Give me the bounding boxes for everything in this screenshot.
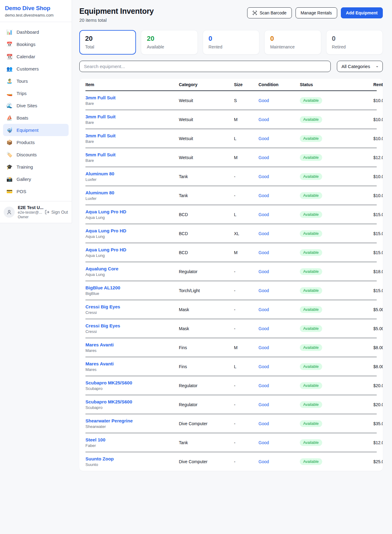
- condition-link[interactable]: Good: [258, 98, 269, 103]
- item-name-link[interactable]: Aluminum 80: [85, 171, 179, 176]
- manage-rentals-button[interactable]: Manage Rentals: [296, 7, 337, 18]
- condition-link[interactable]: Good: [258, 193, 269, 198]
- condition-link[interactable]: Good: [258, 155, 269, 160]
- condition-link[interactable]: Good: [258, 307, 269, 312]
- item-name-link[interactable]: Aqua Lung Pro HD: [85, 247, 179, 252]
- sidebar-item[interactable]: 📦 Products: [3, 136, 69, 148]
- condition-cell: Good: [258, 132, 300, 145]
- condition-link[interactable]: Good: [258, 250, 269, 255]
- stat-card[interactable]: 20 Available: [141, 30, 198, 55]
- add-equipment-button[interactable]: Add Equipment: [341, 7, 383, 18]
- item-brand: Bare: [85, 139, 179, 144]
- category-cell: Tank: [179, 189, 234, 202]
- condition-link[interactable]: Good: [258, 459, 269, 464]
- item-name-link[interactable]: 3mm Full Suit: [85, 114, 179, 119]
- item-name-link[interactable]: Shearwater Peregrine: [85, 418, 179, 423]
- sidebar-item[interactable]: 💳 POS: [3, 185, 69, 197]
- category-select[interactable]: All Categories ⌄: [337, 61, 383, 72]
- table-row: BigBlue AL1200 BigBlue Torch/Light - Goo…: [85, 281, 377, 300]
- sidebar-item[interactable]: 🤿 Equipment: [3, 124, 69, 136]
- condition-link[interactable]: Good: [258, 364, 269, 369]
- condition-link[interactable]: Good: [258, 288, 269, 293]
- condition-link[interactable]: Good: [258, 402, 269, 407]
- item-name-link[interactable]: Suunto Zoop: [85, 456, 179, 461]
- item-name-link[interactable]: 3mm Full Suit: [85, 95, 179, 100]
- item-name-link[interactable]: Scubapro MK25/S600: [85, 380, 179, 385]
- item-brand: Faber: [85, 443, 179, 448]
- item-name-link[interactable]: Mares Avanti: [85, 342, 179, 347]
- condition-link[interactable]: Good: [258, 231, 269, 236]
- stat-card[interactable]: 0 Retired: [326, 30, 383, 55]
- sidebar-item[interactable]: 📊 Dashboard: [3, 26, 69, 38]
- sign-out-button[interactable]: Sign Out: [45, 210, 68, 215]
- item-name-link[interactable]: Aluminum 80: [85, 190, 179, 195]
- condition-link[interactable]: Good: [258, 421, 269, 426]
- item-brand: Scubapro: [85, 386, 179, 391]
- condition-link[interactable]: Good: [258, 117, 269, 122]
- item-name-link[interactable]: 3mm Full Suit: [85, 133, 179, 138]
- condition-cell: Good: [258, 113, 300, 126]
- rental-cell: $15.00/day: [373, 227, 383, 240]
- item-brand: Shearwater: [85, 424, 179, 429]
- condition-link[interactable]: Good: [258, 440, 269, 445]
- column-header-status: Status: [300, 79, 373, 90]
- sidebar-item[interactable]: 📆 Calendar: [3, 50, 69, 63]
- sidebar-item[interactable]: 🌊 Dive Sites: [3, 99, 69, 112]
- avatar: [4, 207, 15, 218]
- item-name-link[interactable]: Aqualung Core: [85, 266, 179, 271]
- condition-link[interactable]: Good: [258, 383, 269, 388]
- condition-link[interactable]: Good: [258, 136, 269, 141]
- condition-link[interactable]: Good: [258, 326, 269, 331]
- item-name-link[interactable]: BigBlue AL1200: [85, 285, 179, 290]
- table-body: 3mm Full Suit Bare Wetsuit S Good Availa…: [85, 91, 377, 471]
- stat-card[interactable]: 20 Total: [79, 30, 136, 55]
- condition-link[interactable]: Good: [258, 174, 269, 179]
- sidebar-item-label: Dive Sites: [17, 103, 37, 108]
- column-header-rental: Rental: [373, 79, 383, 90]
- sidebar-item[interactable]: ⛵ Boats: [3, 112, 69, 124]
- table-row: Aqua Lung Pro HD Aqua Lung BCD XL Good A…: [85, 224, 377, 243]
- column-header-item: Item: [85, 79, 179, 90]
- item-name-link[interactable]: Mares Avanti: [85, 361, 179, 366]
- status-cell: Available: [300, 245, 373, 260]
- condition-link[interactable]: Good: [258, 345, 269, 350]
- sidebar-item[interactable]: 📸 Gallery: [3, 173, 69, 185]
- category-cell: BCD: [179, 208, 234, 221]
- item-name-link[interactable]: Aqua Lung Pro HD: [85, 209, 179, 214]
- search-input[interactable]: [79, 61, 331, 72]
- item-name-link[interactable]: Cressi Big Eyes: [85, 323, 179, 328]
- sidebar-item-label: Boats: [17, 115, 28, 120]
- item-name-link[interactable]: Scubapro MK25/S600: [85, 399, 179, 404]
- status-badge: Available: [300, 287, 322, 294]
- rental-cell: $18.00/day: [373, 265, 383, 278]
- item-name-link[interactable]: Aqua Lung Pro HD: [85, 228, 179, 233]
- column-header-size: Size: [234, 79, 258, 90]
- sidebar-item-label: POS: [17, 189, 26, 194]
- item-name-link[interactable]: 5mm Full Suit: [85, 152, 179, 157]
- item-cell: 3mm Full Suit Bare: [85, 91, 179, 110]
- credit-card-icon: 💳: [6, 189, 13, 194]
- size-cell: -: [234, 170, 258, 183]
- item-brand: Aqua Lung: [85, 253, 179, 258]
- item-brand: Cressi: [85, 310, 179, 315]
- status-badge: Available: [300, 173, 322, 180]
- condition-link[interactable]: Good: [258, 212, 269, 217]
- sidebar-item-label: Products: [17, 140, 35, 145]
- item-name-link[interactable]: Cressi Big Eyes: [85, 304, 179, 309]
- scan-barcode-button[interactable]: Scan Barcode: [247, 7, 292, 18]
- stat-card[interactable]: 0 Rented: [203, 30, 259, 55]
- sidebar-item[interactable]: 🏷️ Discounts: [3, 148, 69, 161]
- sidebar-item[interactable]: 👥 Customers: [3, 63, 69, 75]
- item-name-link[interactable]: Steel 100: [85, 437, 179, 442]
- status-cell: Available: [300, 359, 373, 374]
- status-badge: Available: [300, 249, 322, 256]
- camera-icon: 📸: [6, 176, 13, 182]
- condition-link[interactable]: Good: [258, 269, 269, 274]
- sidebar-item[interactable]: 📅 Bookings: [3, 38, 69, 50]
- sidebar-item[interactable]: 🏝️ Tours: [3, 75, 69, 87]
- stat-card[interactable]: 0 Maintenance: [264, 30, 321, 55]
- sidebar-item[interactable]: 🎓 Training: [3, 161, 69, 173]
- user-email: e2e-tester@...: [18, 210, 42, 215]
- sidebar-item[interactable]: 🚤 Trips: [3, 87, 69, 99]
- tag-icon: 🏷️: [6, 152, 13, 158]
